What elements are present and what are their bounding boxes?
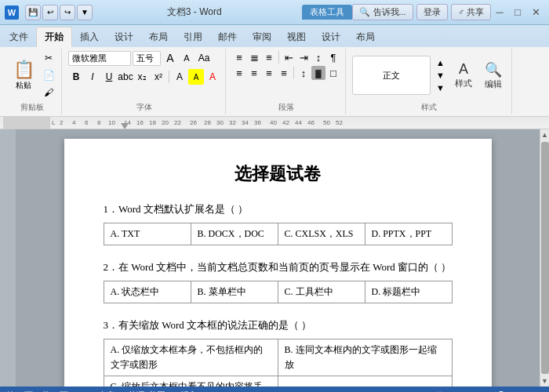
- ruler-indent-marker[interactable]: [121, 123, 129, 129]
- styles-pane-button[interactable]: A 样式: [450, 56, 477, 95]
- font-color-button[interactable]: A: [205, 69, 220, 85]
- ruler-num: 8: [97, 119, 100, 126]
- table-row: A. 状态栏中 B. 菜单栏中 C. 工具栏中 D. 标题栏中: [104, 281, 452, 303]
- ruler-num: 2: [60, 119, 63, 126]
- ruler-num: 42: [282, 119, 289, 126]
- highlight-button[interactable]: A: [188, 69, 204, 85]
- tab-home[interactable]: 开始: [36, 27, 72, 47]
- q1-option-a: A. TXT: [104, 223, 191, 245]
- copy-button[interactable]: 📄: [41, 67, 56, 83]
- decrease-indent-button[interactable]: ⇤: [282, 50, 296, 64]
- q3-options-table: A. 仅缩放文本框本身，不包括框内的文字或图形 B. 连同文本框内的文字或图形一…: [104, 339, 453, 387]
- table-tools-tab[interactable]: 表格工具: [302, 5, 352, 20]
- increase-indent-button[interactable]: ⇥: [296, 50, 311, 64]
- table-row: A. TXT B. DOCX，DOC C. CXLSX，XLS D. PPTX，…: [104, 223, 452, 245]
- zoom-out-button[interactable]: －: [452, 390, 460, 393]
- font-size-input[interactable]: 五号: [133, 51, 161, 66]
- superscript-button[interactable]: x²: [151, 69, 166, 85]
- page-info: 第 1 页，共 1 页: [6, 390, 68, 393]
- scroll-down-button[interactable]: ▼: [540, 376, 550, 387]
- insert-mode[interactable]: 插入: [180, 390, 198, 393]
- restore-button[interactable]: □: [509, 5, 526, 20]
- multilevel-button[interactable]: ≡: [262, 50, 276, 64]
- tab-layout2[interactable]: 布局: [348, 27, 383, 47]
- scroll-thumb[interactable]: [541, 142, 549, 374]
- tab-insert[interactable]: 插入: [72, 27, 107, 47]
- zoom-in-button[interactable]: ＋: [514, 390, 522, 393]
- bold-button[interactable]: B: [68, 69, 84, 85]
- underline-button[interactable]: U: [101, 69, 117, 85]
- share-button[interactable]: ♂ 共享: [451, 4, 491, 20]
- clear-format-button[interactable]: Aa: [196, 50, 212, 66]
- bullets-button[interactable]: ≡: [232, 50, 246, 64]
- cut-button[interactable]: ✂: [41, 50, 56, 66]
- paste-label: 粘贴: [16, 80, 31, 91]
- q3-option-b: B. 连同文本框内的文字或图形一起缩放: [278, 339, 452, 376]
- minimize-button[interactable]: ─: [491, 5, 508, 20]
- text-effect-button[interactable]: A: [172, 69, 187, 85]
- tab-layout[interactable]: 布局: [141, 27, 176, 47]
- styles-more-button[interactable]: ▼: [434, 82, 447, 93]
- scroll-up-button[interactable]: ▲: [540, 129, 550, 140]
- q1-options-table: A. TXT B. DOCX，DOC C. CXLSX，XLS D. PPTX，…: [104, 223, 453, 245]
- ribbon-content: 📋 粘贴 ✂ 📄 🖌 剪贴板 微软雅黑 五号 A A: [0, 47, 549, 116]
- zoom-controls[interactable]: － ＋ 70%: [452, 390, 543, 393]
- format-painter-button[interactable]: 🖌: [41, 85, 56, 100]
- question-2: 2．在 Word 文档中，当前文档总页数和当前页的页号显示在 Word 窗口的（…: [104, 260, 453, 303]
- login-button[interactable]: 登录: [416, 4, 448, 20]
- align-left-button[interactable]: ≡: [232, 66, 246, 80]
- shading-button[interactable]: ▓: [311, 66, 325, 80]
- italic-button[interactable]: I: [85, 69, 100, 85]
- q3-option-d: D. 当文本框为固定时将一起缩放: [278, 376, 452, 387]
- subscript-button[interactable]: x₂: [134, 69, 150, 85]
- justify-button[interactable]: ≡: [277, 66, 291, 80]
- ruler-num: 16: [136, 119, 144, 126]
- close-button[interactable]: ✕: [527, 5, 544, 20]
- vertical-scrollbar[interactable]: ▲ ▼: [540, 129, 549, 387]
- status-right: ■ ⊞ 📖 － ＋ 70%: [409, 390, 543, 393]
- tab-review[interactable]: 审阅: [245, 27, 279, 47]
- strikethrough-button[interactable]: abc: [118, 69, 133, 85]
- font-name-input[interactable]: 微软雅黑: [68, 51, 131, 66]
- save-button[interactable]: 💾: [25, 5, 41, 20]
- line-spacing-button[interactable]: ↕: [296, 66, 311, 80]
- ribbon-tab-row: 文件 开始 插入 设计 布局 引用 邮件 审阅 视图 设计 布局: [0, 25, 549, 47]
- numbering-button[interactable]: ≣: [247, 50, 261, 64]
- align-center-button[interactable]: ≡: [247, 66, 261, 80]
- undo-button[interactable]: ↩: [42, 5, 58, 20]
- search-button[interactable]: 🔍 告诉我...: [352, 4, 413, 20]
- sort-button[interactable]: ↕: [311, 50, 325, 64]
- ruler-left-margin: [3, 117, 50, 129]
- tab-file[interactable]: 文件: [2, 27, 36, 47]
- styles-down-button[interactable]: ▼: [434, 70, 447, 81]
- tab-design[interactable]: 设计: [107, 27, 141, 47]
- styles-gallery[interactable]: 正文: [352, 56, 431, 95]
- align-right-button[interactable]: ≡: [262, 66, 276, 80]
- styles-label: 样式: [455, 78, 472, 89]
- border-button[interactable]: □: [326, 66, 340, 80]
- font-grow-button[interactable]: A: [162, 50, 178, 66]
- redo-button[interactable]: ↪: [60, 5, 75, 20]
- q1-option-c: C. CXLSX，XLS: [278, 223, 365, 245]
- tab-mailings[interactable]: 邮件: [210, 27, 245, 47]
- paste-button[interactable]: 📋 粘贴: [8, 55, 39, 96]
- document-area: 选择题试卷 1．Word 文档默认扩展名是（ ） A. TXT B. DOCX，…: [0, 129, 549, 387]
- tab-view[interactable]: 视图: [279, 27, 314, 47]
- styles-up-button[interactable]: ▲: [434, 57, 447, 68]
- ruler-num: L: [52, 119, 55, 126]
- customize-button[interactable]: ▼: [77, 5, 93, 20]
- q3-option-c: C. 缩放后文本框中看不见的内容将丢失: [104, 376, 278, 387]
- tab-references[interactable]: 引用: [176, 27, 210, 47]
- ribbon: 文件 开始 插入 设计 布局 引用 邮件 审阅 视图 设计 布局 📋 粘贴 ✂ …: [0, 25, 549, 117]
- word-count: 379 个字: [81, 390, 115, 393]
- q3-text: 3．有关缩放 Word 文本框的说法正确的是（ ）: [104, 318, 453, 334]
- title-bar-left: W 💾 ↩ ↪ ▼: [5, 5, 93, 20]
- ruler-num: 20: [162, 119, 169, 126]
- editing-button[interactable]: 🔍 编辑: [480, 56, 507, 95]
- show-marks-button[interactable]: ¶: [326, 50, 340, 64]
- ruler-num: 18: [149, 119, 156, 126]
- q2-option-a: A. 状态栏中: [104, 281, 191, 303]
- font-shrink-button[interactable]: A: [179, 50, 195, 66]
- tab-design2[interactable]: 设计: [314, 27, 348, 47]
- page-container[interactable]: 选择题试卷 1．Word 文档默认扩展名是（ ） A. TXT B. DOCX，…: [16, 129, 540, 387]
